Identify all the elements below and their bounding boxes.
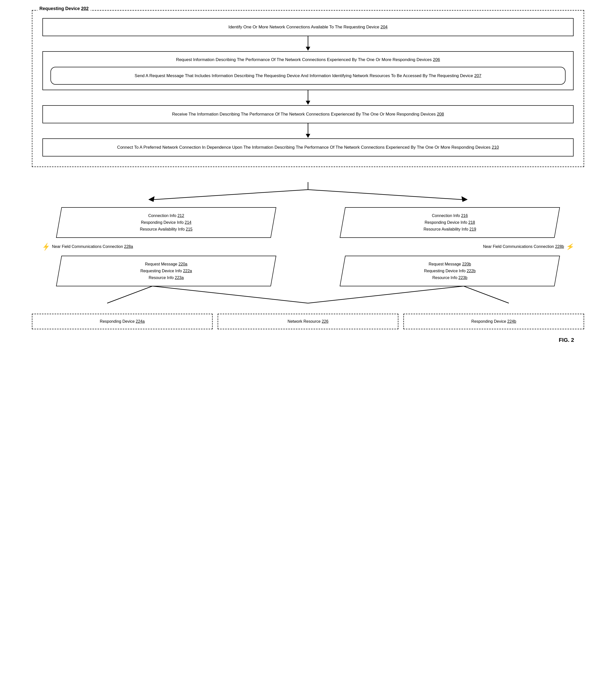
svg-line-14 <box>464 286 509 303</box>
right-request-text2: Requesting Device Info <box>424 269 465 273</box>
left-connection-text2: Responding Device Info <box>141 220 183 225</box>
requesting-device-text: Requesting Device <box>39 6 80 11</box>
left-request-line3: Resource Info 223a <box>69 274 263 281</box>
left-connection-line2: Responding Device Info 214 <box>69 219 263 226</box>
left-request-num1: 220a <box>179 262 188 266</box>
box-207: Send A Request Message That Includes Inf… <box>50 67 566 85</box>
requesting-device-num: 202 <box>81 6 89 11</box>
right-request-line2: Requesting Device Info 222b <box>353 267 547 274</box>
left-connection-num3: 215 <box>186 227 193 231</box>
arrow-204-206 <box>42 36 574 51</box>
nfc-right-num: 228b <box>555 245 564 249</box>
left-connection-info-wrapper: Connection Info 212 Responding Device In… <box>32 207 300 238</box>
responding-left-text: Responding Device <box>100 319 135 324</box>
nfc-labels-row: ⚡ Near Field Communications Connection 2… <box>32 243 584 251</box>
requesting-device-box: Requesting Device 202 Identify One Or Mo… <box>32 10 584 167</box>
lightning-left-icon: ⚡ <box>41 242 51 251</box>
lightning-right-icon: ⚡ <box>566 242 575 251</box>
box206-title-num: 206 <box>433 57 440 62</box>
responding-left-num: 224a <box>136 319 145 324</box>
left-request-inner: Request Message 220a Requesting Device I… <box>69 261 263 281</box>
svg-line-7 <box>152 190 308 200</box>
right-connection-line1: Connection Info 216 <box>353 212 547 219</box>
right-connection-info: Connection Info 216 Responding Device In… <box>339 207 560 238</box>
left-connection-line3: Resource Availability Info 215 <box>69 226 263 233</box>
right-connection-text1: Connection Info <box>432 213 460 218</box>
left-request-num2: 222a <box>183 269 192 273</box>
right-request-text3: Resource Info <box>432 276 457 280</box>
box-208: Receive The Information Describing The P… <box>42 105 574 123</box>
svg-line-9 <box>308 190 464 200</box>
diagram-container: Requesting Device 202 Identify One Or Mo… <box>32 10 584 343</box>
nfc-right-label-text: Near Field Communications Connection <box>483 245 554 249</box>
left-connection-text3: Resource Availability Info <box>140 227 184 231</box>
right-connection-num3: 219 <box>470 227 476 231</box>
v-branch-lines <box>32 182 584 202</box>
right-request-text1: Request Message <box>428 262 461 266</box>
network-resource-text: Network Resource <box>288 319 321 324</box>
requesting-device-label: Requesting Device 202 <box>37 6 91 11</box>
nfc-left-num: 228a <box>124 245 133 249</box>
svg-line-12 <box>152 286 308 303</box>
svg-line-13 <box>308 286 464 303</box>
right-connection-line3: Resource Availability Info 219 <box>353 226 547 233</box>
responding-device-left: Responding Device 224a <box>32 314 213 329</box>
nfc-left-label-text: Near Field Communications Connection <box>52 245 123 249</box>
nfc-left-label: ⚡ Near Field Communications Connection 2… <box>32 243 308 251</box>
left-request-line1: Request Message 220a <box>69 261 263 267</box>
right-connection-text2: Responding Device Info <box>424 220 467 225</box>
svg-marker-5 <box>306 134 310 138</box>
right-request-num1: 220b <box>462 262 471 266</box>
left-connection-line1: Connection Info 212 <box>69 212 263 219</box>
network-resource-num: 226 <box>322 319 329 324</box>
box-210: Connect To A Preferred Network Connectio… <box>42 138 574 157</box>
responding-right-text: Responding Device <box>472 319 506 324</box>
right-request-wrapper: Request Message 220b Requesting Device I… <box>316 256 584 286</box>
right-request-message: Request Message 220b Requesting Device I… <box>339 256 560 286</box>
left-request-text2: Requesting Device Info <box>140 269 182 273</box>
svg-marker-1 <box>306 47 310 51</box>
left-request-num3: 223a <box>175 276 184 280</box>
left-connection-info: Connection Info 212 Responding Device In… <box>56 207 276 238</box>
box-206: Request Information Describing The Perfo… <box>42 51 574 90</box>
svg-line-11 <box>107 286 152 303</box>
right-request-num2: 222b <box>467 269 476 273</box>
box204-num: 204 <box>381 25 388 29</box>
right-request-inner: Request Message 220b Requesting Device I… <box>353 261 547 281</box>
connection-info-row: Connection Info 212 Responding Device In… <box>32 207 584 238</box>
fig-label-text: FIG. 2 <box>559 337 574 343</box>
right-connection-num1: 216 <box>461 213 468 218</box>
arrow-208-210 <box>42 123 574 138</box>
left-request-wrapper: Request Message 220a Requesting Device I… <box>32 256 300 286</box>
nfc-left-text: Near Field Communications Connection 228… <box>52 245 133 249</box>
left-connection-num1: 212 <box>178 213 184 218</box>
fig-label: FIG. 2 <box>32 337 574 343</box>
right-connection-info-wrapper: Connection Info 216 Responding Device In… <box>316 207 584 238</box>
box210-text: Connect To A Preferred Network Connectio… <box>117 145 491 150</box>
box207-num: 207 <box>474 73 481 78</box>
left-request-text1: Request Message <box>145 262 177 266</box>
box208-text: Receive The Information Describing The P… <box>172 112 436 116</box>
bottom-connector-lines <box>32 286 584 304</box>
left-connection-info-inner: Connection Info 212 Responding Device In… <box>69 212 263 233</box>
bottom-boxes-row: Responding Device 224a Network Resource … <box>32 314 584 329</box>
nfc-right-label: Near Field Communications Connection 228… <box>308 243 584 251</box>
request-message-row: Request Message 220a Requesting Device I… <box>32 256 584 286</box>
svg-marker-3 <box>306 101 310 105</box>
box-204: Identify One Or More Network Connections… <box>42 18 574 36</box>
responding-device-right: Responding Device 224b <box>403 314 584 329</box>
box206-title-text: Request Information Describing The Perfo… <box>176 57 432 62</box>
nfc-right-text: Near Field Communications Connection 228… <box>483 245 564 249</box>
right-request-line1: Request Message 220b <box>353 261 547 267</box>
box210-num: 210 <box>492 145 499 150</box>
box204-text: Identify One Or More Network Connections… <box>228 25 379 29</box>
right-request-line3: Resource Info 223b <box>353 274 547 281</box>
box207-text: Send A Request Message That Includes Inf… <box>134 73 473 78</box>
right-request-num3: 223b <box>458 276 467 280</box>
left-request-line2: Requesting Device Info 222a <box>69 267 263 274</box>
box206-title: Request Information Describing The Perfo… <box>50 57 566 63</box>
right-connection-text3: Resource Availability Info <box>423 227 468 231</box>
left-request-text3: Resource Info <box>149 276 174 280</box>
responding-right-num: 224b <box>507 319 516 324</box>
network-resource: Network Resource 226 <box>218 314 398 329</box>
